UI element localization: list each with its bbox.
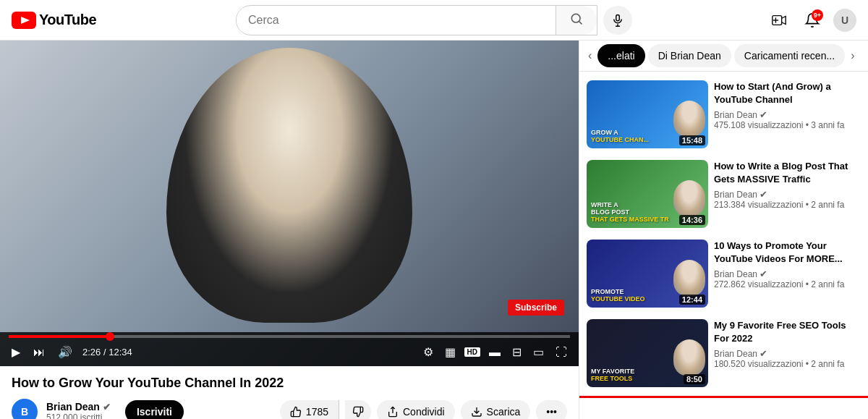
- thumbnail-2: WRITE ABLOG POST THAT GETS MASSIVE TR 14…: [587, 160, 708, 228]
- theater-button[interactable]: ▭: [530, 344, 547, 360]
- search-input[interactable]: [237, 8, 556, 33]
- video-info: How to Grow Your YouTube Channel In 2022…: [0, 366, 579, 419]
- thumb-label-3: PROMOTE YOUTUBE VIDEO: [591, 289, 645, 303]
- fullscreen-button[interactable]: ⛶: [553, 344, 570, 360]
- thumbs-down-icon: [352, 406, 364, 418]
- sidebar-card-3[interactable]: PROMOTE YOUTUBE VIDEO 12:44 10 Ways to P…: [582, 234, 865, 313]
- svg-rect-4: [616, 14, 620, 20]
- time-current: 2:26: [82, 347, 101, 357]
- download-label: Scarica: [487, 406, 521, 418]
- header-left: YouTube: [12, 12, 142, 29]
- dislike-button[interactable]: [345, 400, 371, 419]
- verified-icon-1: ✔: [760, 109, 767, 120]
- video-title: How to Grow Your YouTube Channel In 2022: [12, 375, 567, 392]
- tab-related[interactable]: ...elati: [597, 44, 644, 67]
- create-button[interactable]: [767, 8, 791, 33]
- verified-icon: ✔: [103, 402, 111, 412]
- tab-next-button[interactable]: ›: [848, 41, 857, 71]
- thumb-label-2: WRITE ABLOG POST THAT GETS MASSIVE TR: [591, 202, 669, 224]
- notifications-button[interactable]: 9+: [800, 8, 825, 33]
- channel-info: Brian Dean ✔ 512.000 iscritti: [46, 401, 111, 419]
- thumbs-up-icon: [290, 406, 302, 418]
- youtube-logo[interactable]: YouTube: [12, 12, 96, 29]
- subscribe-button[interactable]: Iscriviti: [125, 400, 184, 419]
- thumb-presenter-1: [673, 101, 705, 137]
- time-total: 12:34: [109, 347, 132, 357]
- thumb-label-4: MY FAVORITE FREE TOOLS: [591, 368, 634, 383]
- search-icon: [569, 12, 584, 26]
- thumbnail-1: GROW A YOUTUBE CHAN... 15:48: [587, 80, 708, 148]
- verified-icon-2: ✔: [760, 189, 767, 200]
- tab-prev-button[interactable]: ‹: [585, 41, 595, 71]
- sidebar-tabs: ‹ ...elati Di Brian Dean Caricamenti rec…: [579, 41, 868, 72]
- channel-name: Brian Dean ✔: [46, 401, 111, 412]
- video-controls: ▶ ⏭ 🔊 2:26 / 12:34 ⚙ ▦ HD ▬ ⊟: [0, 332, 579, 366]
- mic-button[interactable]: [603, 6, 632, 35]
- download-button[interactable]: Scarica: [461, 400, 531, 419]
- card-meta-3: 272.862 visualizzazioni • 2 anni fa: [714, 279, 861, 289]
- card-channel-1: Brian Dean ✔: [714, 109, 861, 120]
- volume-button[interactable]: 🔊: [55, 344, 75, 360]
- mic-icon: [611, 14, 624, 27]
- sidebar-card-2[interactable]: WRITE ABLOG POST THAT GETS MASSIVE TR 14…: [582, 154, 865, 234]
- thumb-presenter-4: [673, 339, 705, 376]
- share-button[interactable]: Condividi: [377, 400, 455, 419]
- svg-point-2: [571, 14, 580, 22]
- subscribe-overlay[interactable]: Subscribe: [508, 300, 564, 316]
- more-actions-button[interactable]: •••: [536, 400, 567, 419]
- thumb-duration-3: 12:44: [679, 295, 705, 305]
- search-button[interactable]: [556, 6, 597, 35]
- verified-icon-4: ✔: [760, 348, 767, 359]
- card-channel-3: Brian Dean ✔: [714, 268, 861, 279]
- like-count: 1785: [306, 406, 328, 418]
- card-meta-4: 180.520 visualizzazioni • 2 anni fa: [714, 359, 861, 369]
- main-content: Subscribe ▶ ⏭ 🔊 2:26 / 12:34: [0, 41, 868, 419]
- verified-icon-3: ✔: [760, 268, 767, 279]
- thumbnail-3: PROMOTE YOUTUBE VIDEO 12:44: [587, 240, 708, 308]
- tab-brian-dean[interactable]: Di Brian Dean: [648, 44, 731, 67]
- time-display: 2:26 / 12:34: [82, 347, 132, 357]
- header-right: 9+ U: [726, 8, 856, 33]
- youtube-logo-icon: [12, 12, 36, 29]
- card-meta-2: 213.384 visualizzazioni • 2 anni fa: [714, 200, 861, 210]
- subtitles-button[interactable]: ▬: [486, 344, 503, 360]
- card-info-2: How to Write a Blog Post That Gets MASSI…: [714, 160, 861, 228]
- settings-button[interactable]: ⚙: [420, 344, 436, 360]
- progress-dot: [106, 332, 114, 341]
- miniplayer-button[interactable]: ⊟: [509, 344, 524, 360]
- chapters-button[interactable]: ▦: [442, 344, 459, 360]
- card-title-4: My 9 Favorite Free SEO Tools For 2022: [714, 319, 861, 345]
- sidebar-card-4[interactable]: MY FAVORITE FREE TOOLS 8:50 My 9 Favorit…: [582, 313, 865, 393]
- thumb-duration-2: 14:36: [679, 215, 705, 225]
- next-button[interactable]: ⏭: [30, 344, 48, 360]
- progress-bar[interactable]: [9, 335, 570, 338]
- card-info-1: How to Start (And Grow) a YouTube Channe…: [714, 80, 861, 148]
- sidebar-content: GROW A YOUTUBE CHAN... 15:48 How to Star…: [579, 72, 868, 396]
- thumb-label-1: GROW A YOUTUBE CHAN...: [591, 130, 649, 144]
- card-channel-4: Brian Dean ✔: [714, 348, 861, 359]
- play-button[interactable]: ▶: [9, 344, 23, 360]
- like-button[interactable]: 1785: [280, 400, 339, 419]
- user-avatar[interactable]: U: [833, 9, 856, 32]
- search-bar: [236, 5, 597, 35]
- thumb-duration-4: 8:50: [684, 374, 705, 384]
- card-channel-2: Brian Dean ✔: [714, 189, 861, 200]
- progress-fill: [9, 335, 110, 338]
- svg-line-3: [579, 22, 582, 25]
- header-center: [142, 5, 726, 35]
- card-title-1: How to Start (And Grow) a YouTube Channe…: [714, 80, 861, 106]
- sidebar: ‹ ...elati Di Brian Dean Caricamenti rec…: [579, 41, 868, 419]
- channel-row: B Brian Dean ✔ 512.000 iscritti Iscrivit…: [12, 399, 567, 419]
- video-section: Subscribe ▶ ⏭ 🔊 2:26 / 12:34: [0, 41, 579, 419]
- video-player[interactable]: Subscribe ▶ ⏭ 🔊 2:26 / 12:34: [0, 41, 579, 366]
- card-info-4: My 9 Favorite Free SEO Tools For 2022 Br…: [714, 319, 861, 387]
- action-buttons: 1785 Condividi Scarica •••: [280, 400, 567, 419]
- header: YouTube: [0, 0, 868, 41]
- tab-recent[interactable]: Caricamenti recen...: [734, 44, 845, 67]
- youtube-logo-text: YouTube: [39, 12, 96, 28]
- hd-badge: HD: [464, 347, 480, 357]
- thumb-duration-1: 15:48: [679, 135, 705, 145]
- create-icon: [771, 12, 787, 28]
- download-icon: [471, 406, 482, 418]
- sidebar-card-1[interactable]: GROW A YOUTUBE CHAN... 15:48 How to Star…: [582, 75, 865, 154]
